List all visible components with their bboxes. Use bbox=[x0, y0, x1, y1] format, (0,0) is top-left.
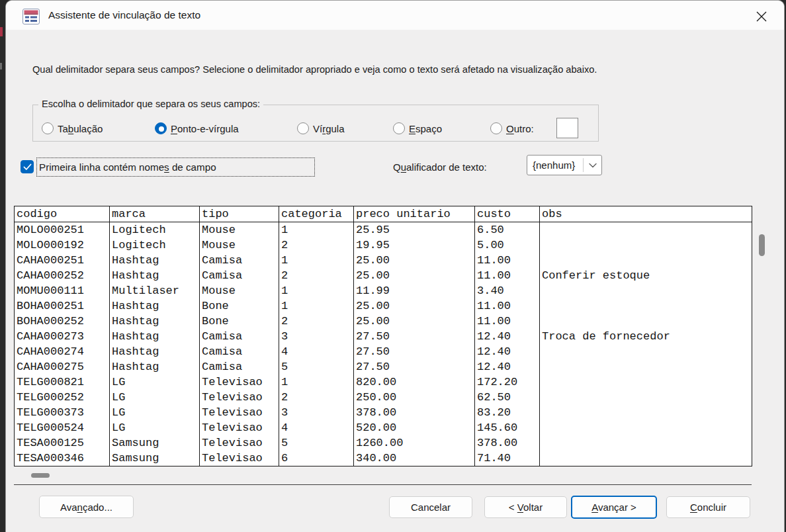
groupbox-legend: Escolha o delimitador que separa os seus… bbox=[38, 99, 263, 109]
table-cell: 11.00 bbox=[475, 253, 540, 268]
table-cell: 520.00 bbox=[354, 420, 475, 435]
dropdown-value: {nenhum} bbox=[527, 159, 583, 171]
table-row: TESA000125SamsungTelevisao51260.00378.00 bbox=[15, 435, 752, 451]
next-button[interactable]: Avançar > bbox=[571, 496, 657, 519]
table-cell: Hashtag bbox=[110, 359, 200, 375]
table-cell: 250.00 bbox=[354, 390, 475, 405]
column-header: obs bbox=[540, 206, 752, 222]
check-icon bbox=[23, 163, 32, 171]
linked-table-icon bbox=[22, 9, 40, 24]
table-cell: TESA000346 bbox=[15, 451, 110, 466]
button-label: Avançado... bbox=[60, 502, 112, 513]
table-cell: 145.60 bbox=[475, 420, 540, 435]
first-row-checkbox-label[interactable]: Primeira linha contém nomes de campo bbox=[36, 157, 315, 177]
table-cell: CAHA000273 bbox=[15, 329, 110, 344]
table-cell: Hashtag bbox=[110, 298, 200, 314]
table-cell: Televisao bbox=[200, 435, 279, 451]
table-cell: 27.50 bbox=[354, 329, 475, 344]
table-cell: 12.40 bbox=[475, 344, 540, 359]
table-cell: 1 bbox=[279, 253, 354, 268]
table-cell: 25.95 bbox=[354, 222, 475, 238]
radio-label: Outro: bbox=[506, 123, 534, 134]
table-cell bbox=[540, 359, 752, 375]
table-cell: 2 bbox=[279, 390, 354, 405]
button-label: Cancelar bbox=[411, 502, 451, 513]
other-delimiter-input[interactable] bbox=[556, 118, 578, 138]
table-cell: 12.40 bbox=[475, 359, 540, 375]
table-cell: 1260.00 bbox=[354, 435, 475, 451]
table-cell: 83.20 bbox=[475, 405, 540, 420]
table-cell: 820.00 bbox=[354, 375, 475, 390]
table-cell: Mouse bbox=[200, 238, 279, 253]
table-cell: BOHA000251 bbox=[15, 298, 110, 314]
table-cell: Bone bbox=[200, 314, 279, 329]
finish-button[interactable]: Concluir bbox=[666, 496, 750, 518]
table-cell: LG bbox=[110, 420, 200, 435]
delimiter-radio-option[interactable]: Espaço bbox=[393, 122, 442, 135]
horizontal-scrollbar-thumb[interactable] bbox=[31, 473, 50, 478]
table-cell bbox=[540, 390, 752, 405]
table-row: MOLO000251LogitechMouse125.956.50 bbox=[15, 222, 752, 238]
table-cell bbox=[540, 420, 752, 435]
table-cell: 11.00 bbox=[475, 314, 540, 329]
column-header: marca bbox=[110, 206, 200, 222]
table-row: MOMU000111MultilaserMouse111.993.40 bbox=[15, 283, 752, 298]
table-cell: 378.00 bbox=[475, 435, 540, 451]
table-cell: Samsung bbox=[110, 451, 200, 466]
table-cell: CAHA000251 bbox=[15, 253, 110, 268]
delimiter-radio-option[interactable]: Vírgula bbox=[297, 122, 345, 135]
table-cell: MOLO000192 bbox=[15, 238, 110, 253]
table-cell: 5 bbox=[279, 435, 354, 451]
table-cell: Logitech bbox=[110, 222, 200, 238]
table-cell: Camisa bbox=[200, 359, 279, 375]
table-cell bbox=[540, 314, 752, 329]
text-qualifier-dropdown[interactable]: {nenhum} bbox=[527, 155, 602, 175]
table-cell: Troca de fornecedor bbox=[540, 329, 752, 344]
radio-icon bbox=[297, 122, 309, 134]
table-cell: Multilaser bbox=[110, 283, 200, 298]
data-preview-panel: codigomarcatipocategoriapreco unitariocu… bbox=[14, 206, 752, 485]
advanced-button[interactable]: Avançado... bbox=[39, 496, 134, 518]
back-button[interactable]: < Voltar bbox=[484, 496, 567, 518]
table-cell: 4 bbox=[279, 344, 354, 359]
table-cell: 6 bbox=[279, 451, 354, 466]
table-row: CAHA000274HashtagCamisa427.5012.40 bbox=[15, 344, 752, 359]
table-cell: LG bbox=[110, 390, 200, 405]
cancel-button[interactable]: Cancelar bbox=[389, 496, 472, 518]
delimiter-radio-option[interactable]: Outro: bbox=[490, 122, 534, 135]
table-cell: CAHA000275 bbox=[15, 359, 110, 375]
button-label: Concluir bbox=[690, 502, 726, 513]
table-cell: 62.50 bbox=[475, 390, 540, 405]
button-label: < Voltar bbox=[509, 502, 543, 513]
delimiter-radio-option[interactable]: Tabulação bbox=[42, 122, 103, 135]
table-row: CAHA000251HashtagCamisa125.0011.00 bbox=[15, 253, 752, 268]
close-button[interactable] bbox=[753, 8, 770, 25]
table-cell: 4 bbox=[279, 420, 354, 435]
table-cell: 3 bbox=[279, 405, 354, 420]
table-row: TELG000524LGTelevisao4520.00145.60 bbox=[15, 420, 752, 435]
radio-icon bbox=[490, 122, 502, 134]
table-row: MOLO000192LogitechMouse219.955.00 bbox=[15, 238, 752, 253]
delimiter-radio-option[interactable]: Ponto-e-vírgula bbox=[155, 122, 239, 135]
radio-icon bbox=[42, 122, 54, 134]
radio-label: Ponto-e-vírgula bbox=[171, 123, 239, 134]
table-cell: MOLO000251 bbox=[15, 222, 110, 238]
horizontal-scrollbar[interactable] bbox=[14, 466, 752, 484]
first-row-checkbox[interactable] bbox=[21, 160, 34, 173]
table-cell: Televisao bbox=[200, 405, 279, 420]
table-cell: Televisao bbox=[200, 451, 279, 466]
table-cell: 2 bbox=[279, 238, 354, 253]
table-cell: Hashtag bbox=[110, 329, 200, 344]
table-row: TELG000821LGTelevisao1820.00172.20 bbox=[15, 375, 752, 390]
table-cell: 172.20 bbox=[475, 375, 540, 390]
table-cell: 25.00 bbox=[354, 314, 475, 329]
table-cell: 340.00 bbox=[354, 451, 475, 466]
table-cell: 1 bbox=[279, 375, 354, 390]
table-cell: Camisa bbox=[200, 268, 279, 283]
table-cell bbox=[540, 253, 752, 268]
table-cell: 2 bbox=[279, 314, 354, 329]
table-cell: Mouse bbox=[200, 222, 279, 238]
radio-label: Espaço bbox=[409, 123, 442, 134]
table-cell: 11.00 bbox=[475, 298, 540, 314]
vertical-scrollbar-thumb[interactable] bbox=[759, 234, 765, 256]
